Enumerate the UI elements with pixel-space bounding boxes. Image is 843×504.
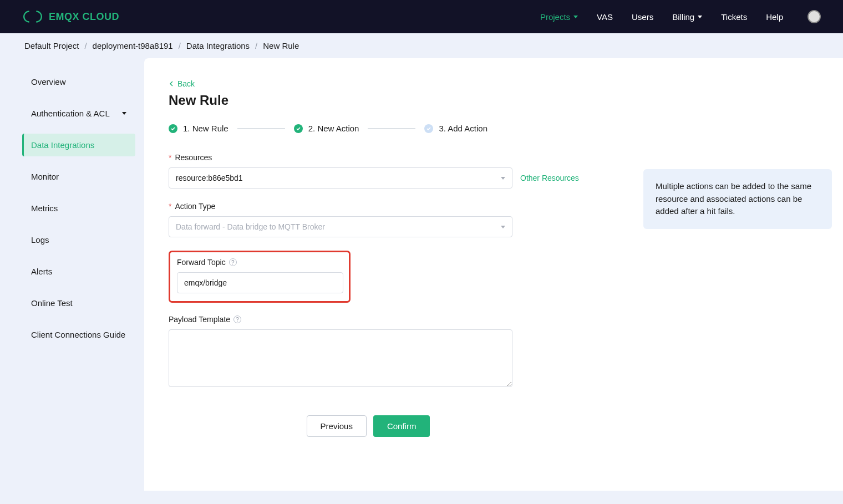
- step-1: 1. New Rule: [169, 124, 228, 133]
- confirm-button[interactable]: Confirm: [373, 415, 430, 437]
- avatar[interactable]: [808, 10, 821, 23]
- chevron-left-icon: [169, 81, 174, 86]
- breadcrumb-item[interactable]: Default Project: [24, 41, 79, 50]
- top-bar: EMQX CLOUD Projects VAS Users Billing Ti…: [0, 0, 843, 33]
- sidebar-item-metrics[interactable]: Metrics: [22, 197, 135, 220]
- help-icon[interactable]: ?: [229, 258, 237, 266]
- sidebar-item-alerts[interactable]: Alerts: [22, 260, 135, 283]
- page-title: New Rule: [169, 93, 819, 108]
- forward-topic-label: Forward Topic ?: [177, 258, 342, 267]
- sidebar-item-overview[interactable]: Overview: [22, 70, 135, 93]
- emqx-logo-icon: [22, 9, 43, 24]
- brand-logo[interactable]: EMQX CLOUD: [22, 9, 119, 24]
- chevron-down-icon: [122, 112, 126, 115]
- step-2: 2. New Action: [294, 124, 359, 133]
- resources-select[interactable]: resource:b86e5bd1: [169, 167, 512, 189]
- sidebar-item-logs[interactable]: Logs: [22, 228, 135, 251]
- payload-template-textarea[interactable]: [169, 329, 512, 387]
- other-resources-link[interactable]: Other Resources: [520, 174, 579, 182]
- breadcrumb-item[interactable]: deployment-t98a8191: [93, 41, 173, 50]
- breadcrumb-item[interactable]: Data Integrations: [186, 41, 250, 50]
- chevron-down-icon: [698, 16, 702, 18]
- sidebar-item-auth-acl[interactable]: Authentication & ACL: [22, 102, 135, 125]
- nav-projects[interactable]: Projects: [540, 12, 578, 22]
- check-icon: [169, 124, 177, 133]
- info-panel: Multiple actions can be added to the sam…: [643, 169, 832, 229]
- nav-billing[interactable]: Billing: [672, 12, 702, 22]
- top-nav: Projects VAS Users Billing Tickets Help: [540, 10, 821, 23]
- sidebar-item-online-test[interactable]: Online Test: [22, 292, 135, 314]
- sidebar: Overview Authentication & ACL Data Integ…: [0, 58, 144, 491]
- chevron-down-icon: [501, 226, 505, 228]
- brand-text: EMQX CLOUD: [49, 11, 119, 23]
- chevron-down-icon: [573, 16, 578, 18]
- nav-help[interactable]: Help: [766, 12, 783, 22]
- step-3: 3. Add Action: [424, 124, 487, 133]
- check-icon: [424, 124, 433, 133]
- previous-button[interactable]: Previous: [307, 415, 367, 437]
- payload-template-label: Payload Template ?: [169, 315, 568, 324]
- breadcrumb-item[interactable]: New Rule: [263, 41, 299, 50]
- nav-users[interactable]: Users: [632, 12, 653, 22]
- sidebar-item-data-integrations[interactable]: Data Integrations: [22, 134, 135, 156]
- sidebar-item-monitor[interactable]: Monitor: [22, 165, 135, 188]
- nav-tickets[interactable]: Tickets: [721, 12, 747, 22]
- step-indicator: 1. New Rule 2. New Action 3. Add Action: [169, 124, 819, 133]
- forward-topic-input[interactable]: [177, 272, 343, 293]
- back-link[interactable]: Back: [169, 79, 195, 88]
- forward-topic-highlight: Forward Topic ?: [169, 251, 351, 303]
- chevron-down-icon: [501, 177, 505, 180]
- resources-label: *Resources: [169, 153, 568, 162]
- check-icon: [294, 124, 303, 133]
- breadcrumb: Default Project / deployment-t98a8191 / …: [0, 33, 843, 58]
- action-type-label: *Action Type: [169, 202, 568, 211]
- main-panel: Back New Rule 1. New Rule 2. New Action …: [144, 58, 843, 491]
- help-icon[interactable]: ?: [233, 315, 241, 323]
- action-type-select[interactable]: Data forward - Data bridge to MQTT Broke…: [169, 216, 512, 237]
- nav-vas[interactable]: VAS: [597, 12, 613, 22]
- sidebar-item-client-connections[interactable]: Client Connections Guide: [22, 323, 135, 346]
